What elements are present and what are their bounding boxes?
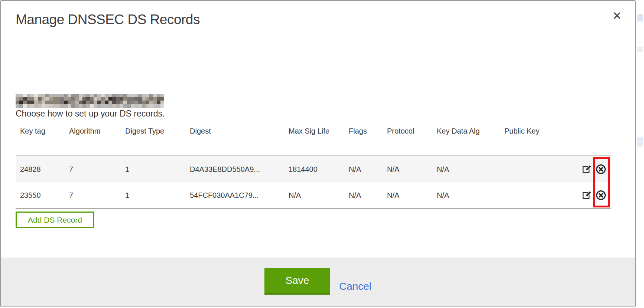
col-header-protocol: Protocol xyxy=(383,127,432,135)
col-header-flags: Flags xyxy=(344,127,383,135)
col-header-max-sig-life: Max Sig Life xyxy=(284,127,344,135)
cell-flags: N/A xyxy=(344,191,383,200)
cell-flags: N/A xyxy=(344,165,383,174)
table-row: 23550 7 1 54FCF030AA1C79... N/A N/A N/A … xyxy=(16,182,611,208)
background-link-fragment xyxy=(637,47,643,52)
background-link-fragment xyxy=(637,137,643,147)
manage-dnssec-modal: ✕ Manage DNSSEC DS Records Choose how to… xyxy=(0,0,636,307)
table-body: 24828 7 1 D4A33E8DD550A9... 1814400 N/A … xyxy=(16,155,611,209)
table-row: 24828 7 1 D4A33E8DD550A9... 1814400 N/A … xyxy=(16,156,611,182)
edit-icon xyxy=(582,164,592,174)
cell-digest-type: 1 xyxy=(121,165,185,174)
col-header-algorithm: Algorithm xyxy=(65,127,121,135)
col-header-key-tag: Key tag xyxy=(16,127,65,135)
screenshot-canvas: ✕ Manage DNSSEC DS Records Choose how to… xyxy=(0,0,644,308)
ds-records-table: Key tag Algorithm Digest Type Digest Max… xyxy=(16,125,611,209)
cell-protocol: N/A xyxy=(383,165,432,174)
col-header-public-key: Public Key xyxy=(500,127,556,135)
cell-protocol: N/A xyxy=(383,191,432,200)
cell-algorithm: 7 xyxy=(65,191,121,200)
circle-x-icon xyxy=(596,190,606,200)
delete-record-button[interactable] xyxy=(595,189,607,201)
cell-max-sig-life: 1814400 xyxy=(284,165,344,174)
cell-key-tag: 24828 xyxy=(16,165,65,174)
setup-instruction-text: Choose how to set up your DS records. xyxy=(16,109,165,119)
delete-record-button[interactable] xyxy=(595,163,607,175)
edit-record-button[interactable] xyxy=(582,164,593,175)
circle-x-icon xyxy=(596,164,606,174)
col-header-key-data-alg: Key Data Alg xyxy=(432,127,500,135)
page-title: Manage DNSSEC DS Records xyxy=(16,12,200,27)
cancel-link[interactable]: Cancel xyxy=(339,281,371,292)
background-page-sliver xyxy=(635,0,644,308)
cell-key-tag: 23550 xyxy=(16,191,65,200)
cell-max-sig-life: N/A xyxy=(284,191,344,200)
cell-key-data-alg: N/A xyxy=(432,191,500,200)
edit-record-button[interactable] xyxy=(582,190,593,201)
col-header-digest-type: Digest Type xyxy=(121,127,185,135)
cell-algorithm: 7 xyxy=(65,165,121,174)
cell-digest-type: 1 xyxy=(121,191,185,200)
col-header-digest: Digest xyxy=(185,127,284,135)
modal-footer: Save Cancel xyxy=(1,258,635,307)
close-icon[interactable]: ✕ xyxy=(612,10,622,22)
add-ds-record-button[interactable]: Add DS Record xyxy=(16,212,94,228)
background-link-fragment xyxy=(637,14,643,22)
cell-digest: D4A33E8DD550A9... xyxy=(185,165,284,174)
table-header-row: Key tag Algorithm Digest Type Digest Max… xyxy=(16,125,611,137)
redacted-domain xyxy=(16,94,164,108)
save-button[interactable]: Save xyxy=(264,268,330,295)
cell-key-data-alg: N/A xyxy=(432,165,500,174)
edit-icon xyxy=(582,190,592,200)
cell-digest: 54FCF030AA1C79... xyxy=(185,191,284,200)
